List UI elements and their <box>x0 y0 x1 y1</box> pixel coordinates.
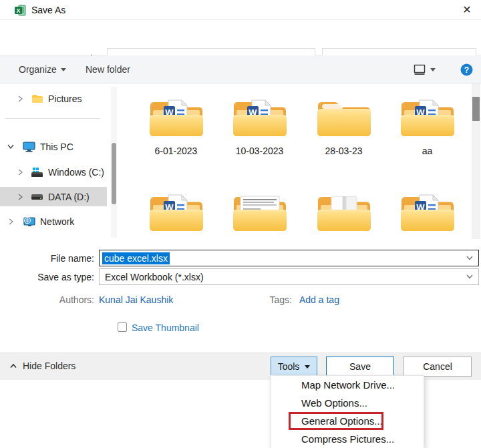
windows-drive-icon <box>31 167 43 178</box>
file-item-label: 6-01-2023 <box>134 146 218 156</box>
cancel-label: Cancel <box>423 361 452 372</box>
hide-folders-button[interactable]: Hide Folders <box>9 361 75 371</box>
close-icon[interactable]: ✕ <box>458 2 476 18</box>
help-icon: ? <box>460 63 473 76</box>
computer-icon <box>23 142 35 152</box>
file-item[interactable] <box>218 192 301 238</box>
drive-icon <box>31 193 43 201</box>
file-item[interactable]: 6-01-2023 <box>134 97 218 156</box>
file-item[interactable] <box>134 192 218 238</box>
caret-down-icon <box>305 365 310 369</box>
new-folder-button[interactable]: New folder <box>86 55 130 83</box>
sidebar-scrollbar[interactable] <box>111 87 117 238</box>
menu-item-label: Map Network Drive... <box>301 379 395 391</box>
svg-text:?: ? <box>464 65 469 74</box>
red-annotation-box <box>289 412 383 430</box>
organize-label: Organize <box>19 64 57 75</box>
menu-item-map-network-drive[interactable]: Map Network Drive... <box>271 376 424 394</box>
chevron-right-icon[interactable] <box>16 168 24 176</box>
save-as-type-value: Excel Workbook (*.xlsx) <box>105 272 204 282</box>
save-button[interactable]: Save <box>326 357 394 377</box>
save-label: Save <box>349 361 371 372</box>
save-thumbnail-checkbox[interactable] <box>118 322 127 332</box>
menu-item-label: Web Options... <box>301 397 367 409</box>
svg-text:X: X <box>16 7 20 14</box>
title-bar: X Save As ✕ <box>0 0 481 20</box>
sidebar-item-data-d[interactable]: DATA (D:) <box>0 187 107 206</box>
organize-button[interactable]: Organize <box>19 55 66 83</box>
save-as-type-select[interactable]: Excel Workbook (*.xlsx) <box>99 268 479 285</box>
folder-with-word-doc-icon <box>148 97 204 141</box>
folder-icon <box>31 94 43 103</box>
cancel-button[interactable]: Cancel <box>404 357 472 377</box>
file-item[interactable] <box>385 192 469 238</box>
chevron-down-icon <box>430 68 436 71</box>
folder-with-word-doc-icon <box>399 192 456 236</box>
chevron-up-icon <box>9 363 17 369</box>
excel-app-icon: X <box>15 5 26 16</box>
tools-menu: Map Network Drive... Web Options... Gene… <box>271 375 424 448</box>
menu-item-web-options[interactable]: Web Options... <box>271 394 424 412</box>
sidebar-scrollbar-thumb[interactable] <box>112 143 116 204</box>
save-as-dialog: X Save As ✕ This ... <box>0 0 481 448</box>
help-button[interactable]: ? <box>460 55 473 83</box>
folder-with-word-doc-icon <box>232 97 288 141</box>
sidebar-item-label: This PC <box>40 142 73 152</box>
authors-label: Authors: <box>0 294 94 305</box>
tools-label: Tools <box>278 361 300 372</box>
chevron-right-icon[interactable] <box>16 95 24 103</box>
new-folder-label: New folder <box>86 64 130 75</box>
add-a-tag-link[interactable]: Add a tag <box>299 294 339 305</box>
sidebar-item-label: DATA (D:) <box>48 192 90 202</box>
sidebar-item-network[interactable]: Network <box>0 212 107 230</box>
hide-folders-label: Hide Folders <box>23 361 75 371</box>
tags-label: Tags: <box>198 294 292 305</box>
authors-value[interactable]: Kunal Jai Kaushik <box>99 294 173 305</box>
file-list-scrollbar[interactable] <box>472 83 480 239</box>
window-title: Save As <box>31 5 65 15</box>
file-item[interactable] <box>302 192 385 238</box>
file-name-input[interactable]: cube excel.xlsx <box>99 250 479 266</box>
sidebar-item-label: Network <box>40 216 74 227</box>
folder-with-word-doc-icon <box>148 192 204 236</box>
file-item-label: 10-03-2023 <box>218 146 301 156</box>
menu-item-compress-pictures[interactable]: Compress Pictures... <box>271 430 424 448</box>
view-options-icon <box>414 64 426 75</box>
save-thumbnail-label: Save Thumbnail <box>132 322 199 333</box>
folder-with-text-document-icon <box>232 192 288 236</box>
file-name-label: File name: <box>0 253 94 264</box>
file-item-label: 28-03-23 <box>302 146 385 156</box>
chevron-down-icon[interactable] <box>466 255 474 261</box>
chevron-down-icon[interactable] <box>466 274 474 280</box>
file-name-value[interactable]: cube excel.xlsx <box>102 252 170 264</box>
views-button[interactable] <box>414 55 436 83</box>
file-item-label: aa <box>385 146 469 156</box>
sidebar-divider <box>5 118 100 119</box>
chevron-right-icon[interactable] <box>16 193 24 201</box>
folder-with-papers-icon <box>316 192 372 236</box>
file-item[interactable]: 28-03-23 <box>302 97 385 156</box>
chevron-down-icon <box>61 68 66 71</box>
sidebar-item-label: Pictures <box>48 93 82 104</box>
command-bar: Organize New folder ? <box>0 55 481 83</box>
chevron-down-icon[interactable] <box>7 144 15 150</box>
menu-item-label: Compress Pictures... <box>301 433 394 445</box>
sidebar-item-windows-c[interactable]: Windows (C:) <box>0 163 107 181</box>
empty-folder-icon <box>316 97 372 141</box>
file-list-scrollbar-thumb[interactable] <box>472 97 480 121</box>
tools-button[interactable]: Tools <box>271 357 317 377</box>
file-item[interactable]: 10-03-2023 <box>218 97 301 156</box>
sidebar-item-pictures[interactable]: Pictures <box>0 89 107 107</box>
chevron-right-icon[interactable] <box>7 218 15 226</box>
menu-item-general-options[interactable]: General Options... <box>271 412 424 430</box>
save-as-type-label: Save as type: <box>0 272 94 282</box>
sidebar-item-this-pc[interactable]: This PC <box>0 138 107 156</box>
network-icon <box>23 216 35 227</box>
file-item[interactable]: aa <box>385 97 469 156</box>
navigation-bar: This ... DATA ... <box>0 20 481 55</box>
file-list: 6-01-2023 10-03-2023 28-03-23 aa <box>122 83 472 239</box>
folder-with-word-doc-icon <box>399 97 456 141</box>
sidebar-item-label: Windows (C:) <box>48 167 104 178</box>
